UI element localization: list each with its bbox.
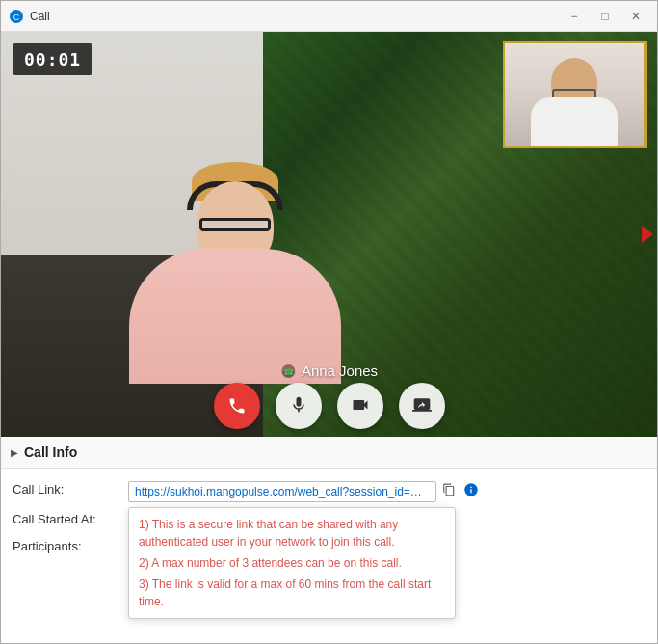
copy-link-button[interactable] [440,481,458,501]
call-link-label: Call Link: [13,480,128,496]
svg-text:C: C [13,13,20,22]
pip-video [503,41,647,148]
copy-icon [442,483,456,496]
tooltip-line2: 2) A max number of 3 attendees can be on… [139,554,445,572]
call-started-label: Call Started At: [13,510,128,526]
pip-shirt [531,97,618,146]
call-info-title: Call Info [24,444,77,460]
video-area: 00:01 ☎ Anna Jones [1,32,657,437]
call-link-row: Call Link: https://sukhoi.mangopulse.com… [13,476,645,506]
title-bar: C Call − □ ✕ [1,1,657,32]
screen-share-icon [412,395,432,417]
app-icon: C [9,9,24,24]
call-controls [214,383,445,429]
tooltip-line1: 1) This is a secure link that can be sha… [139,516,445,550]
maximize-button[interactable]: □ [592,6,619,27]
hangup-icon [227,396,247,416]
pip-person [505,43,644,146]
close-button[interactable]: ✕ [622,6,649,27]
participants-label: Participants: [13,537,128,553]
call-link-input[interactable]: https://sukhoi.mangopulse.com/web_call?s… [128,481,436,502]
info-panel: ▶ Call Info Call Link: https://sukhoi.ma… [1,437,657,643]
call-link-value: https://sukhoi.mangopulse.com/web_call?s… [128,480,645,502]
caller-name: Anna Jones [302,362,378,379]
camera-icon [351,395,370,417]
window-title: Call [30,10,561,23]
figure-glasses [199,218,271,231]
minimize-button[interactable]: − [561,6,588,27]
svg-text:☎: ☎ [282,367,293,377]
svg-marker-2 [642,226,653,243]
arrow-icon [638,224,655,245]
mute-icon [289,395,308,417]
screen-share-button[interactable] [399,383,445,429]
call-window: C Call − □ ✕ 00:01 [0,0,658,644]
call-info-header[interactable]: ▶ Call Info [1,437,657,469]
end-call-button[interactable] [214,383,260,429]
link-tooltip: 1) This is a secure link that can be sha… [128,507,456,619]
tooltip-line3: 3) The link is valid for a max of 60 min… [139,576,445,610]
main-participant-figure [110,114,360,384]
chevron-right-icon: ▶ [11,447,18,458]
info-circle-icon [463,482,479,497]
info-button[interactable] [461,480,481,502]
caller-name-bar: ☎ Anna Jones [280,362,378,379]
window-controls: − □ ✕ [561,6,649,27]
camera-button[interactable] [337,383,383,429]
call-timer: 00:01 [13,43,92,75]
mute-button[interactable] [276,383,322,429]
side-panel-toggle[interactable] [636,220,657,249]
info-grid: Call Link: https://sukhoi.mangopulse.com… [1,469,657,568]
phone-icon: ☎ [280,363,296,379]
